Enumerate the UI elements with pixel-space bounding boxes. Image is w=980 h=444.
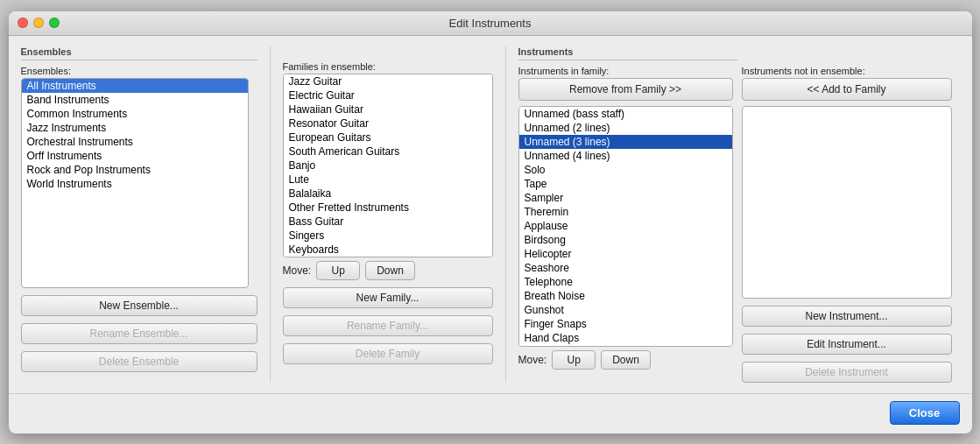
- maximize-button[interactable]: [49, 18, 60, 28]
- ensembles-panel: Ensembles Ensembles: All InstrumentsBand…: [21, 46, 257, 383]
- ensemble-list-item[interactable]: Band Instruments: [22, 93, 248, 107]
- instruments-family-listbox[interactable]: Unnamed (bass staff)Unnamed (2 lines)Unn…: [518, 106, 733, 347]
- main-content: Ensembles Ensembles: All InstrumentsBand…: [9, 36, 972, 393]
- instrument-family-list-item[interactable]: Patsch: [519, 345, 732, 347]
- ensemble-list-item[interactable]: Orff Instruments: [22, 149, 248, 163]
- ensembles-section-label: Ensembles: [21, 46, 257, 60]
- families-down-button[interactable]: Down: [365, 261, 415, 280]
- families-btn-row2: Rename Family...: [283, 315, 493, 336]
- family-list-item[interactable]: Lute: [284, 173, 492, 187]
- remove-from-family-button[interactable]: Remove from Family >>: [518, 78, 733, 101]
- delete-family-button[interactable]: Delete Family: [283, 343, 493, 364]
- new-family-button[interactable]: New Family...: [283, 287, 493, 308]
- instrument-family-list-item[interactable]: Birdsong: [519, 233, 732, 247]
- traffic-lights: [18, 18, 60, 28]
- instrument-family-list-item[interactable]: Helicopter: [519, 247, 732, 261]
- delete-instrument-button[interactable]: Delete Instrument: [742, 362, 952, 383]
- family-list-item[interactable]: South American Guitars: [284, 144, 492, 159]
- family-list-item[interactable]: European Guitars: [284, 130, 492, 144]
- close-button[interactable]: Close: [890, 401, 960, 425]
- ensembles-btn-row2: Rename Ensemble...: [21, 323, 257, 344]
- family-list-item[interactable]: Electric Guitar: [284, 88, 492, 102]
- instrument-family-list-item[interactable]: Theremin: [519, 205, 732, 219]
- family-list-item[interactable]: Hawaiian Guitar: [284, 102, 492, 116]
- instruments-not-btns: New Instrument... Edit Instrument... Del…: [742, 306, 952, 383]
- instrument-family-list-item[interactable]: Unnamed (bass staff): [519, 107, 732, 121]
- instrument-family-list-item[interactable]: Seashore: [519, 261, 732, 275]
- ensembles-list-label: Ensembles:: [21, 66, 257, 76]
- instruments-family-label: Instruments in family:: [518, 66, 733, 76]
- ensembles-btn-row: New Ensemble...: [21, 295, 257, 316]
- instrument-family-list-item[interactable]: Breath Noise: [519, 289, 732, 303]
- ensemble-list-item[interactable]: All Instruments: [22, 79, 248, 93]
- delete-ensemble-button[interactable]: Delete Ensemble: [21, 351, 257, 372]
- instrument-family-list-item[interactable]: Sampler: [519, 191, 732, 205]
- instruments-not-col: Instruments not in ensemble: << Add to F…: [742, 66, 952, 383]
- families-btn-row3: Delete Family: [283, 343, 493, 364]
- instruments-move-row: Move: Up Down: [518, 350, 733, 370]
- instruments-panel: Instruments Instruments in family: Remov…: [505, 46, 737, 383]
- family-list-item[interactable]: Bass Guitar: [284, 215, 492, 229]
- instruments-move-label: Move:: [518, 354, 547, 366]
- rename-ensemble-button[interactable]: Rename Ensemble...: [21, 323, 257, 344]
- instrument-family-list-item[interactable]: Applause: [519, 219, 732, 233]
- close-button[interactable]: [18, 18, 28, 28]
- family-list-item[interactable]: Resonator Guitar: [284, 116, 492, 130]
- family-list-item[interactable]: Keyboards: [284, 243, 492, 257]
- instrument-family-list-item[interactable]: Unnamed (2 lines): [519, 121, 732, 135]
- ensemble-list-item[interactable]: Orchestral Instruments: [22, 135, 248, 149]
- edit-instrument-button[interactable]: Edit Instrument...: [742, 334, 952, 355]
- instrument-family-list-item[interactable]: Finger Snaps: [519, 317, 732, 331]
- instrument-family-list-item[interactable]: Tape: [519, 177, 732, 191]
- family-list-item[interactable]: Banjo: [284, 159, 492, 173]
- new-ensemble-button[interactable]: New Ensemble...: [21, 295, 257, 316]
- new-instrument-button[interactable]: New Instrument...: [742, 306, 952, 327]
- main-window: Edit Instruments Ensembles Ensembles: Al…: [9, 11, 972, 433]
- families-btn-row: New Family...: [283, 287, 493, 308]
- minimize-button[interactable]: [33, 18, 44, 28]
- families-list-label: Families in ensemble:: [283, 61, 493, 72]
- footer: Close: [9, 393, 972, 433]
- instrument-family-list-item[interactable]: Unnamed (3 lines): [519, 135, 732, 149]
- instrument-family-list-item[interactable]: Unnamed (4 lines): [519, 149, 732, 163]
- families-panel: Families in ensemble: Jazz GuitarElectri…: [270, 46, 493, 383]
- instruments-section-label: Instruments: [518, 46, 737, 60]
- ensembles-listbox[interactable]: All InstrumentsBand InstrumentsCommon In…: [21, 78, 249, 288]
- instruments-up-button[interactable]: Up: [552, 350, 596, 370]
- instruments-down-button[interactable]: Down: [601, 350, 651, 370]
- ensemble-list-item[interactable]: Common Instruments: [22, 107, 248, 121]
- families-listbox[interactable]: Jazz GuitarElectric GuitarHawaiian Guita…: [283, 74, 493, 257]
- family-list-item[interactable]: Synths: [284, 257, 492, 257]
- instrument-family-list-item[interactable]: Gunshot: [519, 303, 732, 317]
- family-list-item[interactable]: Other Fretted Instruments: [284, 201, 492, 215]
- ensemble-list-item[interactable]: Rock and Pop Instruments: [22, 163, 248, 177]
- family-list-item[interactable]: Singers: [284, 229, 492, 243]
- instrument-family-list-item[interactable]: Hand Claps: [519, 331, 732, 345]
- rename-family-button[interactable]: Rename Family...: [283, 315, 493, 336]
- family-list-item[interactable]: Balalaika: [284, 187, 492, 201]
- instruments-not-label: Instruments not in ensemble:: [742, 66, 952, 76]
- instrument-family-list-item[interactable]: Solo: [519, 163, 732, 177]
- family-list-item[interactable]: Jazz Guitar: [284, 74, 492, 88]
- families-up-button[interactable]: Up: [316, 261, 360, 280]
- ensemble-list-item[interactable]: World Instruments: [22, 177, 248, 191]
- families-move-row: Move: Up Down: [283, 261, 493, 280]
- instruments-family-col: Instruments in family: Remove from Famil…: [518, 66, 733, 370]
- families-move-label: Move:: [283, 264, 312, 277]
- ensembles-btn-row3: Delete Ensemble: [21, 351, 257, 372]
- titlebar: Edit Instruments: [9, 11, 972, 36]
- instrument-family-list-item[interactable]: Telephone: [519, 275, 732, 289]
- instruments-not-listbox[interactable]: [742, 106, 952, 299]
- ensemble-list-item[interactable]: Jazz Instruments: [22, 121, 248, 135]
- add-to-family-button[interactable]: << Add to Family: [742, 78, 952, 101]
- window-title: Edit Instruments: [449, 17, 532, 30]
